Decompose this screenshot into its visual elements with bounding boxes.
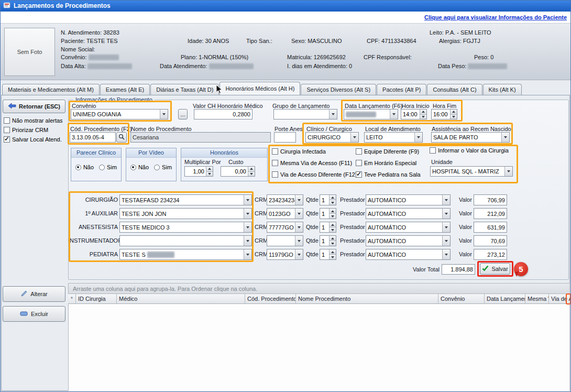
chevron-down-icon[interactable]	[442, 195, 450, 205]
chevron-down-icon[interactable]	[244, 209, 251, 219]
column-header-cod-procedimento[interactable]: Cód. Procedimento	[245, 294, 296, 304]
chevron-down-icon[interactable]	[295, 222, 303, 232]
spin-up-icon[interactable]	[248, 167, 255, 171]
tab-materiais[interactable]: Materiais e Medicamentos (Alt M)	[2, 84, 100, 95]
doctor-name-select[interactable]: TESTE S	[119, 249, 252, 260]
assistencia-recem-nascido-select[interactable]: SALA DE PARTO	[431, 132, 510, 143]
doctor-valor-input[interactable]: 631,99	[474, 222, 507, 233]
excluir-button[interactable]: Excluir	[3, 306, 65, 322]
checkbox-teve-pediatra[interactable]: Teve Pediatra na Sala	[356, 171, 421, 178]
chevron-down-icon[interactable]	[295, 249, 303, 259]
cod-procedimento-input[interactable]: 3.13.09.05-4	[70, 132, 116, 143]
column-header-medico[interactable]: Médico	[117, 294, 245, 304]
chevron-down-icon[interactable]	[329, 110, 337, 119]
parecer-nao-radio[interactable]: Não	[75, 164, 94, 170]
local-atendimento-select[interactable]: LEITO	[364, 132, 423, 143]
chevron-down-icon[interactable]	[442, 222, 450, 232]
column-header-via-de-acesso[interactable]: Via de Acesso	[549, 294, 570, 304]
doctor-valor-input[interactable]: 273,12	[474, 249, 507, 260]
checkbox-priorizar-crm[interactable]: Priorizar CRM	[4, 127, 48, 133]
doctor-name-select[interactable]: TESTAEFASD 234234	[119, 194, 252, 205]
tab-diarias[interactable]: Diárias e Taxas (Alt D)	[150, 84, 219, 95]
tab-pacotes[interactable]: Pacotes (Alt P)	[377, 84, 426, 95]
clinico-cirurgico-select[interactable]: CIRURGICO	[305, 132, 359, 143]
column-header-mesma-via[interactable]: Mesma Via (	[525, 294, 549, 304]
column-header-id-cirurgia[interactable]: ID Cirurgia	[76, 294, 117, 304]
chevron-down-icon[interactable]	[244, 236, 251, 246]
chevron-down-icon[interactable]	[244, 195, 251, 205]
multiplicar-spinner[interactable]: 1,00	[184, 166, 213, 177]
spin-up-icon[interactable]	[330, 249, 336, 254]
chevron-down-icon[interactable]	[160, 110, 168, 119]
video-sim-radio[interactable]: Sim	[154, 164, 172, 170]
checkbox-mesma-via[interactable]: Mesma Via de Acesso (F11)	[272, 160, 352, 166]
tab-honorarios-medicos[interactable]: Honorários Médicos (Alt H)	[219, 82, 300, 95]
doctor-prestador-select[interactable]: AUTOMÁTICO	[366, 208, 451, 219]
checkbox-via-diferente[interactable]: Via de Acesso Diferente (F12)	[272, 171, 357, 178]
chevron-down-icon[interactable]	[390, 110, 398, 119]
hora-fim-spinner[interactable]: 16:00	[431, 109, 457, 119]
tab-exames[interactable]: Exames (Alt E)	[100, 84, 150, 95]
doctor-prestador-select[interactable]: AUTOMÁTICO	[366, 249, 451, 260]
tab-consultas[interactable]: Consultas (Alt C)	[427, 84, 482, 95]
chevron-down-icon[interactable]	[442, 209, 450, 219]
retornar-button[interactable]: Retornar (ESC)	[3, 100, 65, 113]
salvar-button[interactable]: Salvar	[480, 263, 510, 275]
porte-anes-input[interactable]	[274, 132, 296, 143]
unidade-select[interactable]: HOSPITAL SQL - MATRIZ	[430, 166, 513, 177]
doctor-crm-select[interactable]: 77777GO	[267, 222, 303, 233]
search-button[interactable]	[116, 132, 127, 143]
data-lancamento-select[interactable]	[344, 109, 398, 119]
spin-up-icon[interactable]	[330, 236, 336, 241]
hora-inicio-spinner[interactable]: 14:00	[401, 109, 427, 119]
checkbox-nao-mostrar-alertas[interactable]: Não mostrar alertas	[4, 117, 63, 124]
spin-down-icon[interactable]	[451, 114, 457, 119]
custo-spinner[interactable]: 0,00	[221, 166, 255, 177]
spin-up-icon[interactable]	[206, 167, 213, 171]
column-header-convenio[interactable]: Convênio	[438, 294, 485, 304]
chevron-down-icon[interactable]	[414, 133, 422, 142]
doctor-qtde-spinner[interactable]: 1	[320, 222, 336, 233]
valor-ch-input[interactable]: 0,2800	[194, 109, 252, 119]
chevron-down-icon[interactable]	[244, 249, 251, 259]
checkbox-cirurgia-infectada[interactable]: Cirurgia Infectada	[272, 148, 326, 155]
spin-down-icon[interactable]	[330, 254, 336, 259]
doctor-name-select[interactable]	[119, 235, 252, 246]
doctor-crm-select[interactable]	[267, 235, 303, 246]
grid-group-by-bar[interactable]: Arraste uma coluna aqui para agrupa-la. …	[68, 283, 570, 294]
spin-up-icon[interactable]	[330, 195, 336, 200]
browse-button[interactable]: ...	[178, 109, 188, 119]
chevron-down-icon[interactable]	[244, 222, 251, 232]
doctor-crm-select[interactable]: 234234234(	[267, 194, 303, 205]
spin-down-icon[interactable]	[248, 171, 255, 177]
spin-up-icon[interactable]	[330, 209, 336, 213]
chevron-down-icon[interactable]	[442, 236, 450, 246]
tab-servicos[interactable]: Serviços Diversos (Alt S)	[301, 84, 376, 95]
doctor-name-select[interactable]: TESTE MEDICO 3	[119, 222, 252, 233]
doctor-prestador-select[interactable]: AUTOMÁTICO	[366, 222, 451, 233]
doctor-prestador-select[interactable]: AUTOMÁTICO	[366, 235, 451, 246]
column-header-data-lancamento[interactable]: Data Lançamento	[485, 294, 525, 304]
doctor-valor-input[interactable]: 706,99	[474, 194, 507, 205]
column-header-nome-procedimento[interactable]: Nome Procedimento	[296, 294, 438, 304]
doctor-qtde-spinner[interactable]: 1	[320, 208, 336, 219]
alterar-button[interactable]: Alterar	[3, 286, 65, 302]
doctor-name-select[interactable]: TESTE JON JON	[119, 208, 252, 219]
doctor-valor-input[interactable]: 212,09	[474, 208, 507, 219]
chevron-down-icon[interactable]	[442, 249, 450, 259]
spin-up-icon[interactable]	[420, 110, 426, 114]
tab-kits[interactable]: Kits (Alt K)	[483, 84, 522, 95]
spin-down-icon[interactable]	[330, 227, 336, 232]
doctor-qtde-spinner[interactable]: 1	[320, 194, 336, 205]
doctor-crm-select[interactable]: 11979GO	[267, 249, 303, 260]
convenio-select[interactable]: UNIMED GOIANIA	[71, 109, 168, 119]
patient-info-link[interactable]: Clique aqui para visualizar Informações …	[424, 14, 567, 20]
doctor-crm-select[interactable]: 0123GO	[267, 208, 303, 219]
parecer-sim-radio[interactable]: Sim	[99, 164, 117, 170]
checkbox-salvar-local-atend[interactable]: Salvar Local Atend.	[4, 136, 62, 143]
checkbox-horario-especial[interactable]: Em Horário Especial	[356, 160, 416, 166]
video-nao-radio[interactable]: Não	[130, 164, 149, 170]
doctor-valor-input[interactable]: 70,69	[474, 235, 507, 246]
valor-total-input[interactable]: 1.894,88	[442, 264, 475, 275]
spin-down-icon[interactable]	[330, 200, 336, 205]
